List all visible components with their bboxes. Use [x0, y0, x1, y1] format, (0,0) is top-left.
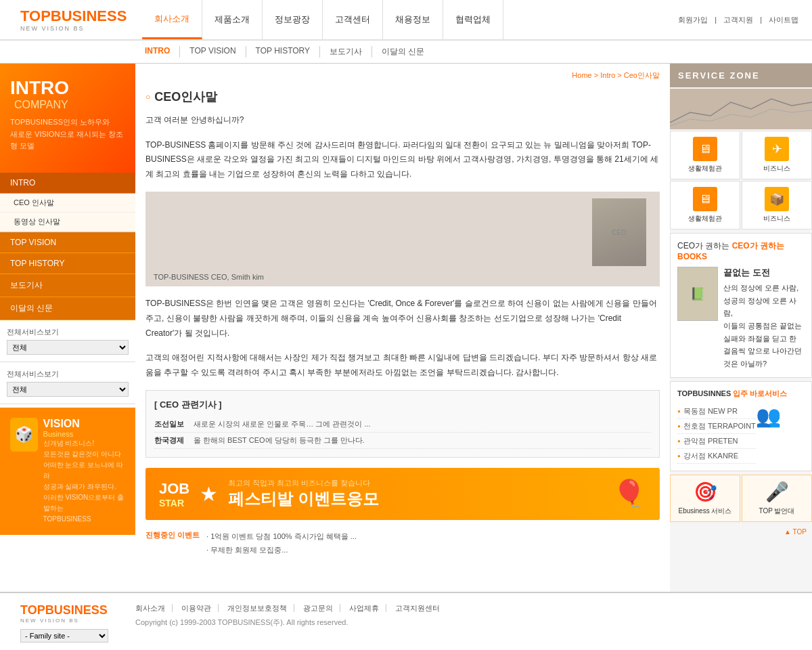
book-cover: 📗 [677, 267, 718, 321]
job-info: 최고의 직업과 최고의 비즈니스를 찾습니다 페스티발 이벤트응모 [228, 478, 379, 510]
sub-nav-intro[interactable]: INTRO [135, 46, 180, 58]
job-tagline: 최고의 직업과 최고의 비즈니스를 찾습니다 [228, 478, 379, 488]
header-support[interactable]: 고객지원 [723, 15, 753, 25]
sidebar-hero-company: COMPANY [14, 99, 68, 110]
footer-link-privacy[interactable]: 개인정보보호정책 [227, 604, 294, 612]
topbiz-title: TOPBUSINNES 입주 바로서비스 [677, 389, 805, 399]
footer-link-terms[interactable]: 이용약관 [181, 604, 219, 612]
logo: TOPBUSINESS NEW VISION BS [7, 7, 142, 32]
service-zone-label: SERVICE ZONE [670, 64, 812, 87]
footer-link-support[interactable]: 고객지원센터 [395, 604, 447, 612]
ceo-related-title: [ CEO 관련기사 ] [154, 399, 651, 411]
footer-logo-sub: NEW VISION BS [20, 618, 108, 624]
service-box-3[interactable]: 🖥 생활체험관 [670, 181, 740, 230]
footer-logo-text: TOPBUSINESS [20, 603, 108, 618]
book-title[interactable]: 끝없는 도전 [723, 267, 805, 279]
job-sub1: JOB [159, 480, 189, 498]
service-box-2[interactable]: ✈ 비즈니스 [742, 131, 812, 179]
sidebar-hero-intro: INTRO [10, 77, 69, 98]
ebiz-row: 🎯 Ebusiness 서비스 🎤 TOP 발언대 [670, 475, 812, 522]
sidebar-hero: INTRO COMPANY TOPBUSINESS인의 노하우와새로운 VISI… [0, 64, 135, 173]
ceo-paragraph3: 고객의 애정어린 지적사항에 대해서는 사장인 제가 직접 챙겨보고 최대한 빠… [145, 351, 660, 380]
top-link-icon: ▲ [784, 528, 791, 536]
sidebar-menu-newspaper[interactable]: 이달의 신문 [0, 297, 135, 320]
sidebar-select1[interactable]: 전체 [7, 340, 129, 355]
topbiz-item-4[interactable]: 강서점 KKANRE [677, 449, 756, 464]
ebiz-box-top[interactable]: 🎤 TOP 발언대 [742, 475, 812, 522]
family-site-dropdown[interactable]: - Family site - [20, 629, 108, 643]
service-box-1[interactable]: 🖥 생활체험관 [670, 131, 740, 179]
event-section: 진행중인 이벤트 · 1억원 이벤트 당첨 100% 즉시가입 혜택을 ... … [145, 530, 660, 557]
sub-nav-vision[interactable]: TOP VISION [180, 46, 246, 58]
nav-item-company[interactable]: 회사소개 [142, 0, 202, 39]
topbiz-item-2[interactable]: 천호점 TERRAPOINT [677, 419, 756, 434]
topbiz-section: TOPBUSINNES 입주 바로서비스 목동점 NEW PR 천호점 TERR… [670, 381, 812, 471]
ebiz-box-service[interactable]: 🎯 Ebusiness 서비스 [670, 475, 740, 522]
ceo-greeting: 고객 여러분 안녕하십니까? [145, 113, 660, 128]
service-box-label-4: 비즈니스 [763, 214, 790, 223]
service-zone-boxes: 🖥 생활체험관 ✈ 비즈니스 🖥 생활체험관 📦 비즈니스 [670, 131, 812, 230]
breadcrumb-sep2: > [617, 71, 623, 79]
breadcrumb-intro[interactable]: Intro [600, 71, 615, 79]
logo-accent: TOP [20, 7, 51, 24]
news-content-1[interactable]: 새로운 시장의 새로운 인물로 주목… 그에 관련것이 ... [194, 419, 371, 429]
footer-link-biz[interactable]: 사업제휴 [349, 604, 386, 612]
sidebar-menu-history[interactable]: TOP HISTORY [0, 253, 135, 274]
footer-site-select: - Family site - [20, 629, 108, 643]
nav-item-recruit[interactable]: 채용정보 [383, 0, 443, 39]
vision-content: VISION Business 신개념 비즈니스!모든것은 같은것이 아니다어떠… [43, 418, 125, 525]
sidebar-menu-intro[interactable]: INTRO [0, 173, 135, 194]
sub-nav-history[interactable]: TOP HISTORY [246, 46, 320, 58]
books-section: CEO가 권하는 CEO가 권하는 BOOKS 📗 끝없는 도전 산의 정상에 … [670, 233, 812, 378]
topbiz-item-3[interactable]: 관악점 PRETEN [677, 434, 756, 449]
topbiz-item-1[interactable]: 목동점 NEW PR [677, 404, 756, 419]
event-label: 진행중인 이벤트 [145, 530, 200, 540]
sidebar-menu-vision[interactable]: TOP VISION [0, 232, 135, 253]
nav-item-product[interactable]: 제품소개 [202, 0, 263, 39]
service-box-icon-2: ✈ [765, 137, 789, 161]
service-box-label-3: 생활체험관 [688, 214, 722, 223]
books-title: CEO가 권하는 CEO가 권하는 BOOKS [677, 240, 805, 261]
sidebar-sub-video[interactable]: 동영상 인사말 [0, 213, 135, 232]
header-right-nav: 회원가입 | 고객지원 | 사이트맵 [678, 15, 805, 25]
sidebar-select-section1: 전체서비스보기 전체 [0, 320, 135, 362]
breadcrumb-home[interactable]: Home [572, 71, 591, 79]
ebiz-target-icon: 🎯 [694, 481, 717, 503]
header: TOPBUSINESS NEW VISION BS 회사소개 제품소개 정보광장… [0, 0, 812, 41]
sidebar-hero-title: INTRO COMPANY [10, 77, 125, 111]
nav-item-customer[interactable]: 고객센터 [323, 0, 383, 39]
book-item: 📗 끝없는 도전 산의 정상에 오른 사람,성공의 정상에 오른 사람,이들의 … [677, 267, 805, 370]
right-sidebar: SERVICE ZONE 🖥 생활체험관 ✈ 비즈니스 🖥 생활체험관 📦 [670, 64, 812, 592]
event-item-2[interactable]: · 무제한 회원제 모집중... [206, 544, 357, 557]
content: Home > Intro > Ceo인사말 CEO인사말 고객 여러분 안녕하십… [135, 64, 670, 592]
sidebar-sub-ceo[interactable]: CEO 인사말 [0, 194, 135, 213]
ceo-photo-label: TOP-BUSINESS CEO, Smith kim [154, 273, 264, 281]
event-item-1[interactable]: · 1억원 이벤트 당첨 100% 즉시가입 혜택을 ... [206, 530, 357, 544]
sidebar-menu-press[interactable]: 보도기사 [0, 274, 135, 297]
book-info: 끝없는 도전 산의 정상에 오른 사람,성공의 정상에 오른 사람,이들의 공통… [723, 267, 805, 370]
service-box-icon-1: 🖥 [693, 137, 717, 161]
footer-logo-main: BUSINESS [45, 603, 108, 617]
header-signup[interactable]: 회원가입 [678, 15, 708, 25]
page-title: CEO인사말 [145, 89, 660, 105]
vision-text: 신개념 비즈니스!모든것은 같은것이 아니다어떠한 눈으로 보느냐에 따라성공과… [43, 438, 125, 525]
footer-link-about[interactable]: 회사소개 [135, 604, 173, 612]
footer-link-ad[interactable]: 광고문의 [303, 604, 340, 612]
nav-item-info[interactable]: 정보광장 [263, 0, 323, 39]
vision-title: VISION [43, 418, 125, 430]
news-source-2: 한국경제 [154, 435, 188, 446]
top-link[interactable]: ▲ TOP [670, 525, 812, 538]
nav-item-partner[interactable]: 협력업체 [443, 0, 503, 39]
sub-nav-news[interactable]: 보도기사 [320, 46, 372, 58]
event-items: · 1억원 이벤트 당첨 100% 즉시가입 혜택을 ... · 무제한 회원제… [206, 530, 357, 557]
service-box-4[interactable]: 📦 비즈니스 [742, 181, 812, 230]
job-banner[interactable]: JOB STAR ★ 최고의 직업과 최고의 비즈니스를 찾습니다 페스티발 이… [145, 468, 660, 520]
news-content-2[interactable]: 올 한해의 BEST CEO에 당당히 등극한 그를 만나다. [194, 435, 365, 446]
ebiz-mic-icon: 🎤 [765, 481, 789, 503]
sidebar-sub-items: CEO 인사말 동영상 인사말 [0, 194, 135, 232]
service-box-label-1: 생활체험관 [688, 164, 722, 173]
sidebar-select2[interactable]: 전체 [7, 382, 129, 397]
header-sitemap[interactable]: 사이트맵 [769, 15, 798, 25]
sub-nav-newspaper[interactable]: 이달의 신문 [372, 46, 434, 58]
footer-logo-accent: TOP [20, 603, 45, 617]
